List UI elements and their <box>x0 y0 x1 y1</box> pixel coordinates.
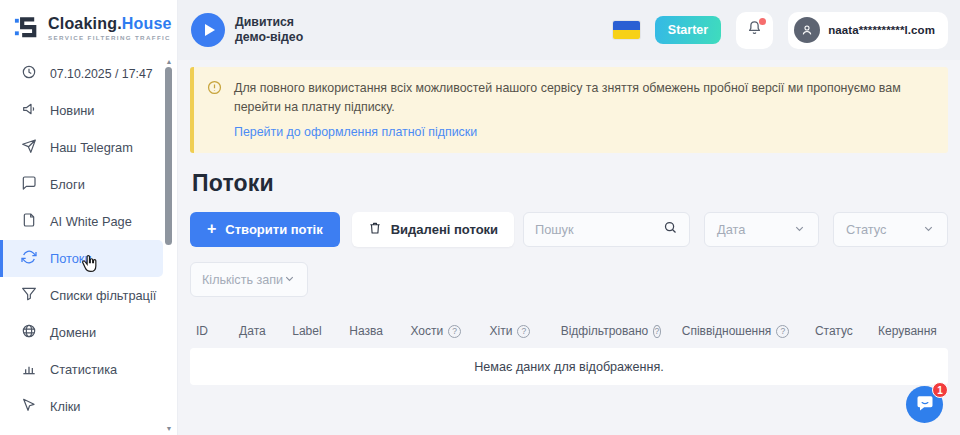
sidebar: Cloaking.House SERVICE FILTERING TRAFFIC… <box>0 0 178 435</box>
page-title: Потоки <box>192 170 948 197</box>
status-filter-dropdown[interactable]: Статус <box>833 212 948 247</box>
sidebar-item-domeny[interactable]: Домени <box>0 314 163 351</box>
column-header-ratio: Співвідношення? <box>682 324 794 338</box>
brand-tagline: SERVICE FILTERING TRAFFIC <box>48 35 172 41</box>
user-avatar <box>794 17 820 43</box>
search-input[interactable] <box>535 222 663 237</box>
demo-video-play-button[interactable] <box>191 13 225 47</box>
bar-chart-icon <box>21 360 37 379</box>
chat-icon <box>915 393 935 417</box>
subscribe-link[interactable]: Перейти до оформлення платної підписки <box>234 125 477 139</box>
table-empty-state: Немає даних для відображення. <box>190 348 948 385</box>
chat-widget-button[interactable]: 1 <box>906 386 943 423</box>
scrollbar-thumb[interactable] <box>165 67 172 245</box>
chat-unread-badge: 1 <box>932 382 948 398</box>
plus-icon: + <box>207 221 216 237</box>
sidebar-item-ai-white-page[interactable]: AI White Page <box>0 203 163 240</box>
chat-bubble-icon <box>21 175 37 194</box>
trash-icon <box>368 221 382 238</box>
column-header-actions: Керування <box>878 324 942 338</box>
demo-video-label[interactable]: Дивитися демо-відео <box>235 15 303 46</box>
brand-logo-icon <box>13 14 40 45</box>
flag-blue-stripe <box>613 21 640 30</box>
paper-plane-icon <box>21 138 37 157</box>
warning-icon <box>207 80 222 99</box>
scrollbar-down-arrow[interactable]: ▼ <box>164 425 174 433</box>
sidebar-datetime: 07.10.2025 / 17:47 <box>0 55 163 92</box>
sidebar-scrollbar[interactable]: ▲ ▼ <box>164 58 174 435</box>
column-header-id: ID <box>196 324 218 338</box>
sidebar-item-potoky[interactable]: Потоки <box>0 240 163 277</box>
chevron-down-icon <box>793 222 806 238</box>
clock-icon <box>21 64 37 83</box>
flag-yellow-stripe <box>613 30 640 39</box>
cursor-icon <box>21 397 37 416</box>
column-header-name: Назва <box>349 324 389 338</box>
funnel-icon <box>21 286 37 305</box>
megaphone-icon <box>21 101 37 120</box>
notification-dot <box>759 18 766 25</box>
sidebar-item-novyny[interactable]: Новини <box>0 92 163 129</box>
column-header-label: Label <box>292 324 328 338</box>
table-header-row: ID Дата Label Назва Хости? Хіти? Відфіль… <box>190 324 948 338</box>
sidebar-item-blohy[interactable]: Блоги <box>0 166 163 203</box>
chevron-down-icon <box>922 222 935 238</box>
sidebar-menu: 07.10.2025 / 17:47 Новини Наш Telegram Б… <box>0 55 163 425</box>
column-header-date: Дата <box>239 324 271 338</box>
brand-logo[interactable]: Cloaking.House SERVICE FILTERING TRAFFIC <box>0 0 177 58</box>
per-page-dropdown[interactable]: Кількість запи <box>190 262 308 297</box>
plan-badge-button[interactable]: Starter <box>655 16 721 44</box>
topbar: Дивитися демо-відео Starter naata*******… <box>178 0 960 60</box>
user-account-button[interactable]: naata**********l.com <box>788 12 948 49</box>
help-icon[interactable]: ? <box>448 325 461 338</box>
main-content: Для повного використання всіх можливосте… <box>178 60 960 435</box>
help-icon[interactable]: ? <box>517 325 530 338</box>
user-email: naata**********l.com <box>828 24 935 36</box>
date-filter-dropdown[interactable]: Дата <box>704 212 819 247</box>
document-icon <box>21 212 37 231</box>
sync-icon <box>21 249 37 268</box>
search-box[interactable] <box>523 212 690 247</box>
help-icon[interactable]: ? <box>653 325 660 338</box>
globe-icon <box>21 323 37 342</box>
brand-name: Cloaking.House <box>48 16 172 32</box>
play-icon <box>205 24 215 36</box>
deleted-streams-button[interactable]: Видалені потоки <box>352 212 514 247</box>
sidebar-item-statystyka[interactable]: Статистика <box>0 351 163 388</box>
sidebar-item-telegram[interactable]: Наш Telegram <box>0 129 163 166</box>
help-icon[interactable]: ? <box>776 325 789 338</box>
toolbar: + Створити потік Видалені потоки Дата Ст… <box>190 212 948 247</box>
column-header-status: Статус <box>815 324 857 338</box>
language-flag-ukraine[interactable] <box>613 21 640 39</box>
create-stream-button[interactable]: + Створити потік <box>190 212 340 247</box>
sidebar-item-kliky[interactable]: Кліки <box>0 388 163 425</box>
column-header-filtered: Відфільтровано? <box>561 324 661 338</box>
trial-warning-banner: Для повного використання всіх можливосте… <box>190 67 948 153</box>
chevron-down-icon <box>283 272 296 288</box>
notifications-button[interactable] <box>736 12 773 49</box>
sidebar-item-spysky-filtratsii[interactable]: Списки фільтрації <box>0 277 163 314</box>
column-header-hits: Хіти? <box>490 324 540 338</box>
column-header-hosts: Хости? <box>410 324 468 338</box>
scrollbar-up-arrow[interactable]: ▲ <box>164 58 174 66</box>
search-icon[interactable] <box>663 220 678 239</box>
banner-message: Для повного використання всіх можливосте… <box>234 79 932 116</box>
